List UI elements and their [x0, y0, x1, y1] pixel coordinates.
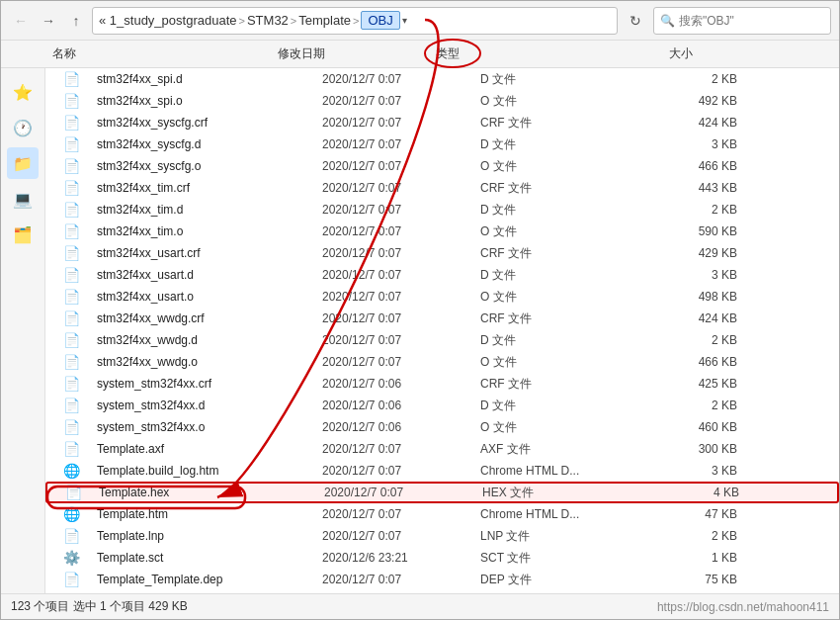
- file-type: O 文件: [480, 223, 658, 240]
- file-name: stm32f4xx_tim.d: [97, 203, 322, 217]
- forward-button[interactable]: →: [37, 9, 60, 33]
- table-row[interactable]: 📄system_stm32f4xx.crf2020/12/7 0:06CRF 文…: [45, 373, 839, 395]
- breadcrumb-bar: « 1_study_postgraduate > STM32 > Templat…: [92, 7, 618, 35]
- table-row[interactable]: 📄Template.axf2020/12/7 0:07AXF 文件300 KB: [45, 438, 839, 460]
- search-icon: 🔍: [660, 14, 675, 28]
- table-row[interactable]: 📄stm32f4xx_syscfg.o2020/12/7 0:07O 文件466…: [45, 155, 839, 177]
- file-type: Chrome HTML D...: [480, 464, 658, 478]
- file-icon-cell: 📄: [45, 158, 97, 174]
- file-icon: 📄: [63, 289, 80, 305]
- table-row[interactable]: 📄Template_Template.dep2020/12/7 0:07DEP …: [45, 569, 839, 590]
- file-type: CRF 文件: [480, 115, 658, 132]
- file-size: 2 KB: [658, 72, 757, 86]
- file-icon: 📄: [63, 398, 80, 413]
- file-size: 3 KB: [658, 268, 757, 282]
- file-icon: 📄: [63, 354, 80, 370]
- table-row[interactable]: 📄stm32f4xx_usart.d2020/12/7 0:07D 文件3 KB: [45, 264, 839, 286]
- table-row[interactable]: 📄stm32f4xx_tim.d2020/12/7 0:07D 文件2 KB: [45, 199, 839, 221]
- search-input[interactable]: [679, 14, 824, 28]
- breadcrumb-item-2[interactable]: STM32 >: [247, 13, 298, 28]
- file-icon-cell: 📄: [45, 180, 97, 196]
- file-size: 2 KB: [658, 203, 757, 217]
- up-button[interactable]: ↑: [64, 9, 88, 33]
- sidebar-icon-recent[interactable]: 🕐: [7, 112, 39, 143]
- file-date: 2020/12/7 0:07: [322, 137, 480, 151]
- table-row[interactable]: 📄stm32f4xx_syscfg.crf2020/12/7 0:07CRF 文…: [45, 112, 839, 133]
- file-name: system_stm32f4xx.o: [97, 420, 322, 434]
- table-row[interactable]: 📄stm32f4xx_usart.crf2020/12/7 0:07CRF 文件…: [45, 242, 839, 264]
- table-row[interactable]: 📄stm32f4xx_wwdg.o2020/12/7 0:07O 文件466 K…: [45, 351, 839, 373]
- file-date: 2020/12/7 0:07: [322, 181, 480, 195]
- file-type: D 文件: [480, 332, 658, 349]
- table-row[interactable]: 📄system_stm32f4xx.o2020/12/7 0:06O 文件460…: [45, 416, 839, 438]
- file-type: O 文件: [480, 289, 658, 306]
- table-row[interactable]: 📄stm32f4xx_syscfg.d2020/12/7 0:07D 文件3 K…: [45, 133, 839, 155]
- table-row[interactable]: 📄stm32f4xx_spi.d2020/12/7 0:07D 文件2 KB: [45, 68, 839, 90]
- file-size: 429 KB: [658, 246, 757, 260]
- file-type: O 文件: [480, 419, 658, 436]
- col-header-date[interactable]: 修改日期: [278, 45, 436, 62]
- breadcrumb-label-2: STM32: [247, 13, 289, 28]
- file-icon-cell: 📄: [45, 441, 97, 457]
- search-bar: 🔍: [653, 7, 831, 35]
- table-row[interactable]: 📄stm32f4xx_spi.o2020/12/7 0:07O 文件492 KB: [45, 90, 839, 112]
- sidebar-icon-star[interactable]: ⭐: [7, 76, 39, 108]
- file-name: stm32f4xx_usart.d: [97, 268, 322, 282]
- file-date: 2020/12/7 0:07: [324, 486, 482, 499]
- breadcrumb-item-3[interactable]: Template >: [298, 13, 361, 28]
- file-type: LNP 文件: [480, 528, 658, 545]
- col-header-name[interactable]: 名称: [1, 45, 278, 62]
- file-size: 1 KB: [658, 551, 757, 565]
- file-name: system_stm32f4xx.crf: [97, 377, 322, 391]
- breadcrumb-dropdown-icon[interactable]: ▾: [402, 15, 407, 26]
- breadcrumb-sep-2: >: [291, 15, 296, 27]
- table-row[interactable]: 📄stm32f4xx_usart.o2020/12/7 0:07O 文件498 …: [45, 286, 839, 308]
- file-icon-cell: ⚙️: [45, 550, 97, 566]
- table-row[interactable]: 📄Template.lnp2020/12/7 0:07LNP 文件2 KB: [45, 525, 839, 547]
- file-icon: 📄: [63, 245, 80, 261]
- file-name: system_stm32f4xx.d: [97, 399, 322, 412]
- file-date: 2020/12/7 0:07: [322, 311, 480, 325]
- table-row[interactable]: 📄stm32f4xx_tim.o2020/12/7 0:07O 文件590 KB: [45, 221, 839, 242]
- file-date: 2020/12/7 0:07: [322, 246, 480, 260]
- file-date: 2020/12/7 0:07: [322, 290, 480, 304]
- table-row[interactable]: 🌐Template.htm2020/12/7 0:07Chrome HTML D…: [45, 503, 839, 525]
- file-icon: 🌐: [63, 506, 80, 522]
- file-icon: ⚙️: [63, 550, 80, 566]
- file-type: D 文件: [480, 136, 658, 153]
- table-row[interactable]: 🌐Template.build_log.htm2020/12/7 0:07Chr…: [45, 460, 839, 482]
- table-row[interactable]: 📄stm32f4xx_wwdg.d2020/12/7 0:07D 文件2 KB: [45, 329, 839, 351]
- sidebar-icon-folder[interactable]: 📁: [7, 147, 39, 179]
- breadcrumb-label-3: Template: [298, 13, 351, 28]
- file-date: 2020/12/7 0:07: [322, 159, 480, 173]
- sidebar-icon-computer[interactable]: 💻: [7, 183, 39, 215]
- back-button[interactable]: ←: [9, 9, 33, 33]
- table-row[interactable]: 📄system_stm32f4xx.d2020/12/7 0:06D 文件2 K…: [45, 395, 839, 416]
- file-date: 2020/12/7 0:07: [322, 224, 480, 238]
- sidebar-icon-archive[interactable]: 🗂️: [7, 219, 39, 250]
- file-icon-cell: 📄: [45, 398, 97, 413]
- refresh-button[interactable]: ↻: [622, 7, 649, 35]
- file-name: stm32f4xx_tim.o: [97, 224, 322, 238]
- file-name: Template_Template.dep: [97, 573, 322, 586]
- table-row[interactable]: 📄Template.hex2020/12/7 0:07HEX 文件4 KB: [45, 482, 839, 503]
- file-name: stm32f4xx_usart.crf: [97, 246, 322, 260]
- file-list[interactable]: 📄stm32f4xx_spi.d2020/12/7 0:07D 文件2 KB📄s…: [45, 68, 839, 593]
- file-date: 2020/12/7 0:07: [322, 333, 480, 347]
- file-icon: 📄: [63, 115, 80, 131]
- breadcrumb-item-1[interactable]: « 1_study_postgraduate >: [99, 13, 247, 28]
- table-row[interactable]: 📄stm32f4xx_wwdg.crf2020/12/7 0:07CRF 文件4…: [45, 308, 839, 329]
- file-icon-cell: 📄: [45, 267, 97, 283]
- col-header-type[interactable]: 类型: [436, 45, 614, 62]
- breadcrumb-item-4[interactable]: OBJ ▾: [361, 11, 406, 30]
- col-header-size[interactable]: 大小: [614, 45, 713, 62]
- table-row[interactable]: ⚙️Template.sct2020/12/6 23:21SCT 文件1 KB: [45, 547, 839, 569]
- table-row[interactable]: 📄stm32f4xx_tim.crf2020/12/7 0:07CRF 文件44…: [45, 177, 839, 199]
- file-icon-cell: 📄: [45, 419, 97, 435]
- file-type: HEX 文件: [482, 485, 660, 501]
- file-date: 2020/12/7 0:07: [322, 355, 480, 369]
- file-type: CRF 文件: [480, 245, 658, 262]
- file-size: 3 KB: [658, 137, 757, 151]
- file-name: stm32f4xx_syscfg.d: [97, 137, 322, 151]
- file-name: Template.htm: [97, 507, 322, 521]
